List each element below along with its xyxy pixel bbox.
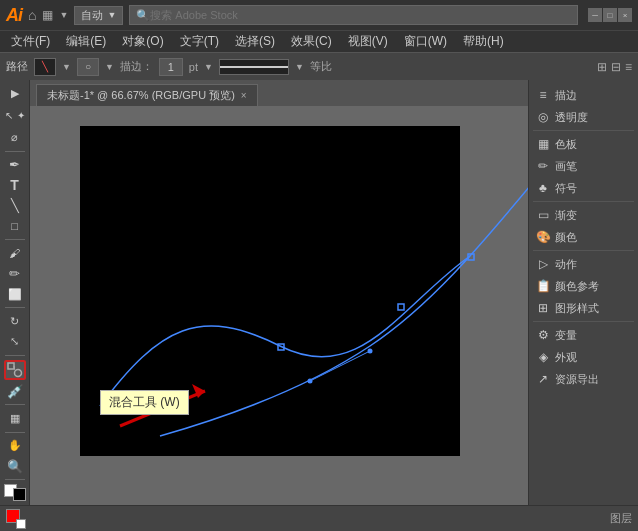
maximize-button[interactable]: □ xyxy=(603,8,617,22)
svg-line-2 xyxy=(14,366,15,370)
menu-bar: 文件(F) 编辑(E) 对象(O) 文字(T) 选择(S) 效果(C) 视图(V… xyxy=(0,30,638,52)
panel-appearance[interactable]: ◈ 外观 xyxy=(529,346,638,368)
panel-asset-export[interactable]: ↗ 资源导出 xyxy=(529,368,638,390)
stroke-color-btn[interactable]: ╲ xyxy=(34,58,56,76)
tool-selection[interactable]: ▶ xyxy=(4,84,26,102)
tool-pen[interactable]: ✒ xyxy=(4,156,26,174)
panel-gradient[interactable]: ▭ 渐变 xyxy=(529,204,638,226)
menu-help[interactable]: 帮助(H) xyxy=(456,31,511,52)
home-icon[interactable]: ⌂ xyxy=(28,7,36,23)
mode-selector[interactable]: 自动 ▼ xyxy=(74,6,123,25)
canvas[interactable]: 混合工具 (W) xyxy=(30,106,528,505)
tool-separator-6 xyxy=(5,432,25,433)
panel-swatches[interactable]: ▦ 色板 xyxy=(529,133,638,155)
blend-tool-tooltip: 混合工具 (W) xyxy=(100,390,189,415)
tab-close[interactable]: × xyxy=(241,90,247,101)
menu-text[interactable]: 文字(T) xyxy=(173,31,226,52)
panel-icon[interactable]: ▦ xyxy=(42,8,53,22)
tool-zoom[interactable]: 🔍 xyxy=(4,457,26,475)
tool-magic-wand[interactable]: ✦ xyxy=(15,104,26,126)
minimize-button[interactable]: ─ xyxy=(588,8,602,22)
menu-effect[interactable]: 效果(C) xyxy=(284,31,339,52)
tool-scale[interactable]: ⤡ xyxy=(4,333,26,351)
document-tab[interactable]: 未标题-1* @ 66.67% (RGB/GPU 预览) × xyxy=(36,84,258,106)
tool-separator-5 xyxy=(5,404,25,405)
tool-type[interactable]: T xyxy=(4,176,26,194)
more-icon[interactable]: ≡ xyxy=(625,60,632,74)
align-icon[interactable]: ⊟ xyxy=(611,60,621,74)
toolbar-right: ⊞ ⊟ ≡ xyxy=(597,60,632,74)
panel-dropdown-icon[interactable]: ▼ xyxy=(59,10,68,20)
symbols-icon: ♣ xyxy=(535,180,551,196)
brush-dropdown[interactable]: ▼ xyxy=(105,62,114,72)
main-area: ▶ ↖ ✦ ⌀ ✒ T ╲ □ 🖌 ✏ ⬜ ↻ ⤡ 💉 ▦ ✋ 🔍 xyxy=(0,80,638,505)
menu-select[interactable]: 选择(S) xyxy=(228,31,282,52)
path-curve-2 xyxy=(160,186,528,436)
panel-transparency-label: 透明度 xyxy=(555,110,588,125)
menu-window[interactable]: 窗口(W) xyxy=(397,31,454,52)
tool-gradient[interactable]: ▦ xyxy=(4,409,26,427)
panel-transparency[interactable]: ◎ 透明度 xyxy=(529,106,638,128)
tool-hand[interactable]: ✋ xyxy=(4,437,26,455)
stroke-preview-dropdown[interactable]: ▼ xyxy=(295,62,304,72)
panel-brushes[interactable]: ✏ 画笔 xyxy=(529,155,638,177)
tool-eyedropper[interactable]: 💉 xyxy=(4,382,26,400)
handle-line-1 xyxy=(310,351,370,381)
panel-symbols[interactable]: ♣ 符号 xyxy=(529,177,638,199)
tool-rotate[interactable]: ↻ xyxy=(4,312,26,330)
arrange-icon[interactable]: ⊞ xyxy=(597,60,607,74)
search-input[interactable] xyxy=(150,9,571,21)
tool-lasso[interactable]: ⌀ xyxy=(4,128,26,146)
brush-size-btn[interactable]: ○ xyxy=(77,58,99,76)
panel-separator-2 xyxy=(533,201,634,202)
fill-indicator[interactable] xyxy=(6,509,26,529)
tool-separator-4 xyxy=(5,355,25,356)
variables-icon: ⚙ xyxy=(535,327,551,343)
path-curve-1 xyxy=(100,256,470,406)
panel-color-guide-label: 颜色参考 xyxy=(555,279,599,294)
menu-file[interactable]: 文件(F) xyxy=(4,31,57,52)
tool-separator-2 xyxy=(5,239,25,240)
panel-stroke-label: 描边 xyxy=(555,88,577,103)
panel-symbols-label: 符号 xyxy=(555,181,577,196)
close-button[interactable]: × xyxy=(618,8,632,22)
panel-actions[interactable]: ▷ 动作 xyxy=(529,253,638,275)
search-bar[interactable]: 🔍 xyxy=(129,5,578,25)
panel-stroke[interactable]: ≡ 描边 xyxy=(529,84,638,106)
panel-separator-4 xyxy=(533,321,634,322)
stroke-dropdown[interactable]: ▼ xyxy=(204,62,213,72)
tool-paintbrush[interactable]: 🖌 xyxy=(4,244,26,262)
tool-blend[interactable] xyxy=(4,360,26,380)
tool-shape[interactable]: □ xyxy=(4,217,26,235)
toolbar: 路径 ╲ ▼ ○ ▼ 描边： 1 pt ▼ ▼ 等比 ⊞ ⊟ ≡ xyxy=(0,52,638,80)
tool-separator-3 xyxy=(5,307,25,308)
tool-separator-1 xyxy=(5,151,25,152)
panel-separator-3 xyxy=(533,250,634,251)
panel-variables-label: 变量 xyxy=(555,328,577,343)
stroke-size-field[interactable]: 1 xyxy=(159,58,183,76)
svg-point-1 xyxy=(14,370,21,377)
fill-stroke-indicator[interactable] xyxy=(4,484,26,501)
menu-object[interactable]: 对象(O) xyxy=(115,31,170,52)
menu-view[interactable]: 视图(V) xyxy=(341,31,395,52)
title-bar: Ai ⌂ ▦ ▼ 自动 ▼ 🔍 ─ □ × xyxy=(0,0,638,30)
tab-bar: 未标题-1* @ 66.67% (RGB/GPU 预览) × xyxy=(30,80,528,106)
panel-color[interactable]: 🎨 颜色 xyxy=(529,226,638,248)
tool-direct-selection[interactable]: ↖ xyxy=(3,104,14,126)
tool-pencil[interactable]: ✏ xyxy=(4,265,26,283)
toolbar-path-label: 路径 xyxy=(6,59,28,74)
menu-edit[interactable]: 编辑(E) xyxy=(59,31,113,52)
panel-variables[interactable]: ⚙ 变量 xyxy=(529,324,638,346)
asset-export-icon: ↗ xyxy=(535,371,551,387)
panel-graphic-styles[interactable]: ⊞ 图形样式 xyxy=(529,297,638,319)
tool-line[interactable]: ╲ xyxy=(4,197,26,215)
dropdown-arrow[interactable]: ▼ xyxy=(62,62,71,72)
tab-title: 未标题-1* @ 66.67% (RGB/GPU 预览) xyxy=(47,88,235,103)
panel-gradient-label: 渐变 xyxy=(555,208,577,223)
tool-eraser[interactable]: ⬜ xyxy=(4,285,26,303)
stroke-preview xyxy=(219,59,289,75)
panel-color-guide[interactable]: 📋 颜色参考 xyxy=(529,275,638,297)
swatches-icon: ▦ xyxy=(535,136,551,152)
graphic-styles-icon: ⊞ xyxy=(535,300,551,316)
stroke-unit: pt xyxy=(189,61,198,73)
